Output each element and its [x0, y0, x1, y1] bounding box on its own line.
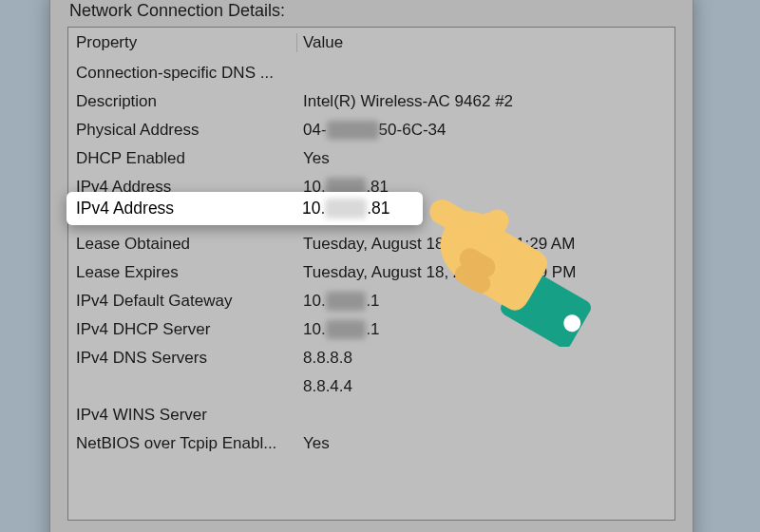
details-table: Property Value Connection-specific DNS .… — [67, 27, 675, 521]
prop-label: IPv4 DHCP Server — [68, 320, 297, 339]
value-part: .1 — [366, 292, 379, 310]
prop-label: Description — [68, 92, 297, 111]
table-row: Lease Expires Tuesday, August 18, 2020 2… — [68, 258, 674, 287]
table-row: Connection-specific DNS ... — [68, 59, 674, 87]
prop-label: Lease Expires — [68, 263, 297, 282]
redacted-part: XX-XX — [327, 121, 379, 140]
prop-label: Connection-specific DNS ... — [68, 64, 297, 83]
prop-label: Physical Address — [68, 121, 297, 140]
prop-label: Lease Obtained — [68, 235, 297, 254]
highlight-value: 10.XX.X.81 — [296, 199, 423, 218]
table-row: Lease Obtained Tuesday, August 18, 2020 … — [68, 230, 674, 258]
value-part: 10. — [302, 199, 325, 218]
prop-value: 10.XX.X.1 — [297, 320, 674, 339]
value-part: 50-6C-34 — [379, 121, 446, 139]
table-row: IPv4 DNS Servers 8.8.8.8 — [68, 344, 674, 372]
prop-value: 8.8.8.8 — [297, 349, 674, 368]
col-property: Property — [68, 33, 297, 52]
table-row: DHCP Enabled Yes — [68, 144, 674, 173]
prop-value: Yes — [297, 434, 674, 453]
col-value: Value — [297, 33, 674, 52]
prop-label: IPv4 Default Gateway — [68, 292, 297, 311]
prop-value: Tuesday, August 18, 2020 2:11:29 PM — [297, 263, 674, 282]
prop-value: Tuesday, August 18, 2020 8:11:29 AM — [297, 235, 674, 254]
highlight-prop: IPv4 Address — [66, 199, 296, 218]
table-row: IPv4 WINS Server — [68, 401, 674, 429]
highlighted-ipv4-row: IPv4 Address 10.XX.X.81 — [66, 192, 423, 225]
prop-value: Intel(R) Wireless-AC 9462 #2 — [297, 92, 674, 111]
table-row: 8.8.4.4 — [68, 372, 674, 401]
redacted-part: XX.X — [326, 320, 367, 339]
prop-label: IPv4 WINS Server — [68, 406, 297, 425]
redacted-part: XX.X — [325, 199, 367, 218]
prop-value: 04-XX-XX50-6C-34 — [297, 121, 674, 140]
table-row: IPv4 Default Gateway 10.XX.X.1 — [68, 287, 674, 315]
value-part: 10. — [303, 292, 326, 310]
table-row: Description Intel(R) Wireless-AC 9462 #2 — [68, 87, 674, 116]
table-header: Property Value — [68, 28, 674, 59]
table-row: NetBIOS over Tcpip Enabl... Yes — [68, 429, 674, 458]
network-details-window: Network Connection Details: Property Val… — [49, 0, 694, 532]
table-row: Physical Address 04-XX-XX50-6C-34 — [68, 116, 674, 144]
value-part: .81 — [367, 199, 390, 218]
prop-value: Yes — [297, 149, 674, 168]
prop-label: NetBIOS over Tcpip Enabl... — [68, 434, 297, 453]
value-part: 04- — [303, 121, 327, 139]
table-row: IPv4 DHCP Server 10.XX.X.1 — [68, 315, 674, 344]
redacted-part: XX.X — [326, 292, 367, 311]
value-part: 10. — [303, 320, 326, 338]
prop-label: IPv4 DNS Servers — [68, 349, 297, 368]
value-part: .1 — [366, 320, 379, 338]
prop-value: 8.8.4.4 — [297, 377, 674, 396]
prop-value: 10.XX.X.1 — [297, 292, 674, 311]
window-title: Network Connection Details: — [69, 1, 675, 21]
prop-label: DHCP Enabled — [68, 149, 297, 168]
